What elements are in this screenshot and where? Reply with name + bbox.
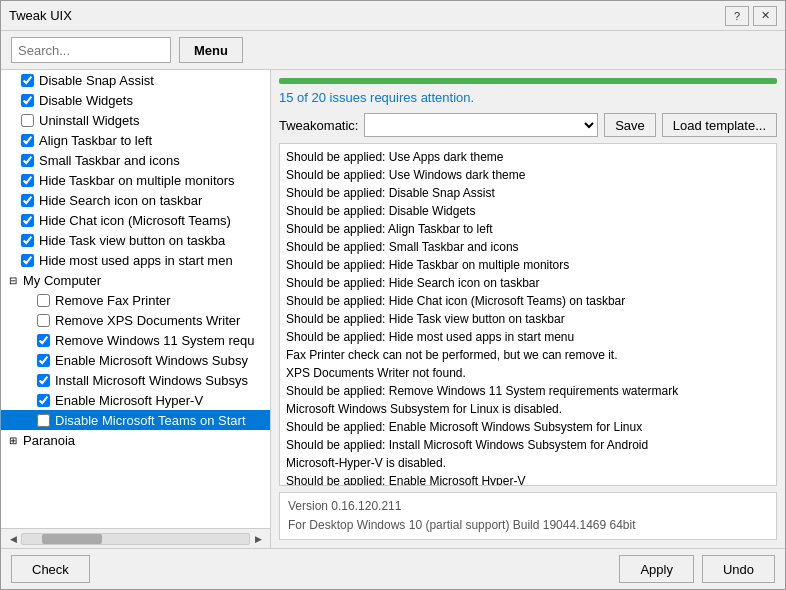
- log-line: Should be applied: Enable Microsoft Wind…: [286, 418, 770, 436]
- log-line: Should be applied: Remove Windows 11 Sys…: [286, 382, 770, 400]
- checkbox-hide-search-icon[interactable]: [21, 194, 34, 207]
- group-my-computer-label: My Computer: [23, 273, 101, 288]
- undo-button[interactable]: Undo: [702, 555, 775, 583]
- load-template-button[interactable]: Load template...: [662, 113, 777, 137]
- bottom-bar: Check Apply Undo: [1, 548, 785, 589]
- scrollbar-thumb[interactable]: [42, 534, 102, 544]
- tree-item-remove-windows-system-req[interactable]: Remove Windows 11 System requ: [1, 330, 270, 350]
- tweakomatic-select[interactable]: [364, 113, 598, 137]
- log-line: Should be applied: Use Apps dark theme: [286, 148, 770, 166]
- log-line: Should be applied: Small Taskbar and ico…: [286, 238, 770, 256]
- title-bar-controls: ? ✕: [725, 6, 777, 26]
- bottom-btn-group: Apply Undo: [619, 555, 775, 583]
- checkbox-install-ms-windows-subsys[interactable]: [37, 374, 50, 387]
- horizontal-scrollbar[interactable]: [21, 533, 250, 545]
- tree-item-hide-chat-icon[interactable]: Hide Chat icon (Microsoft Teams): [1, 210, 270, 230]
- group-paranoia-label: Paranoia: [23, 433, 75, 448]
- tree-item-disable-ms-teams[interactable]: Disable Microsoft Teams on Start: [1, 410, 270, 430]
- log-line: Microsoft Windows Subsystem for Linux is…: [286, 400, 770, 418]
- tree-item-enable-ms-windows-subsys[interactable]: Enable Microsoft Windows Subsy: [1, 350, 270, 370]
- log-line: Should be applied: Hide most used apps i…: [286, 328, 770, 346]
- tree-item-hide-taskbar-multiple[interactable]: Hide Taskbar on multiple monitors: [1, 170, 270, 190]
- log-line: Should be applied: Disable Widgets: [286, 202, 770, 220]
- log-line: Should be applied: Hide Task view button…: [286, 310, 770, 328]
- tree-item-align-taskbar[interactable]: Align Taskbar to left: [1, 130, 270, 150]
- checkbox-hide-task-view[interactable]: [21, 234, 34, 247]
- log-line: Should be applied: Hide Chat icon (Micro…: [286, 292, 770, 310]
- log-line: Should be applied: Install Microsoft Win…: [286, 436, 770, 454]
- log-line: Should be applied: Hide Taskbar on multi…: [286, 256, 770, 274]
- log-area[interactable]: Should be applied: Use Apps dark themeSh…: [279, 143, 777, 486]
- title-bar-left: Tweak UIX: [9, 8, 72, 23]
- toolbar: Menu: [1, 31, 785, 70]
- checkbox-small-taskbar[interactable]: [21, 154, 34, 167]
- status-text: 15 of 20 issues requires attention.: [279, 90, 777, 105]
- expand-icon-paranoia: ⊞: [5, 432, 21, 448]
- log-line: Fax Printer check can not be performed, …: [286, 346, 770, 364]
- expand-icon-my-computer: ⊟: [5, 272, 21, 288]
- group-my-computer[interactable]: ⊟ My Computer: [1, 270, 270, 290]
- menu-button[interactable]: Menu: [179, 37, 243, 63]
- save-button[interactable]: Save: [604, 113, 656, 137]
- tree-item-uninstall-widgets[interactable]: Uninstall Widgets: [1, 110, 270, 130]
- scroll-right-arrow[interactable]: ▶: [250, 531, 266, 547]
- log-line: Should be applied: Use Windows dark them…: [286, 166, 770, 184]
- checkbox-remove-windows-system-req[interactable]: [37, 334, 50, 347]
- log-line: Should be applied: Hide Search icon on t…: [286, 274, 770, 292]
- search-input[interactable]: [11, 37, 171, 63]
- main-window: Tweak UIX ? ✕ Menu Disable Snap Assist D…: [0, 0, 786, 590]
- tree-item-install-ms-windows-subsys[interactable]: Install Microsoft Windows Subsys: [1, 370, 270, 390]
- tree-item-hide-task-view[interactable]: Hide Task view button on taskba: [1, 230, 270, 250]
- checkbox-hide-most-used[interactable]: [21, 254, 34, 267]
- tree-item-enable-ms-hyper-v[interactable]: Enable Microsoft Hyper-V: [1, 390, 270, 410]
- tree-item-hide-search-icon[interactable]: Hide Search icon on taskbar: [1, 190, 270, 210]
- version-info: Version 0.16.120.211 For Desktop Windows…: [279, 492, 777, 540]
- checkbox-remove-xps-documents[interactable]: [37, 314, 50, 327]
- main-content: Disable Snap Assist Disable Widgets Unin…: [1, 70, 785, 548]
- tree-scroll[interactable]: Disable Snap Assist Disable Widgets Unin…: [1, 70, 270, 528]
- checkbox-enable-ms-windows-subsys[interactable]: [37, 354, 50, 367]
- checkbox-disable-snap-assist[interactable]: [21, 74, 34, 87]
- help-button[interactable]: ?: [725, 6, 749, 26]
- log-line: Should be applied: Enable Microsoft Hype…: [286, 472, 770, 486]
- tree-item-remove-xps-documents[interactable]: Remove XPS Documents Writer: [1, 310, 270, 330]
- title-bar: Tweak UIX ? ✕: [1, 1, 785, 31]
- tree-item-disable-widgets[interactable]: Disable Widgets: [1, 90, 270, 110]
- version-line1: Version 0.16.120.211: [288, 497, 768, 516]
- version-line2: For Desktop Windows 10 (partial support)…: [288, 516, 768, 535]
- tree-item-hide-most-used[interactable]: Hide most used apps in start men: [1, 250, 270, 270]
- scroll-left-arrow[interactable]: ◀: [5, 531, 21, 547]
- checkbox-remove-fax-printer[interactable]: [37, 294, 50, 307]
- apply-button[interactable]: Apply: [619, 555, 694, 583]
- checkbox-disable-ms-teams[interactable]: [37, 414, 50, 427]
- tweakomatic-label: Tweakomatic:: [279, 118, 358, 133]
- checkbox-enable-ms-hyper-v[interactable]: [37, 394, 50, 407]
- tree-item-small-taskbar[interactable]: Small Taskbar and icons: [1, 150, 270, 170]
- left-scrollbar-area: ◀ ▶: [1, 528, 270, 548]
- progress-bar: [279, 78, 777, 84]
- tree-item-disable-snap-assist[interactable]: Disable Snap Assist: [1, 70, 270, 90]
- checkbox-hide-chat-icon[interactable]: [21, 214, 34, 227]
- checkbox-uninstall-widgets[interactable]: [21, 114, 34, 127]
- checkbox-align-taskbar[interactable]: [21, 134, 34, 147]
- checkbox-hide-taskbar-multiple[interactable]: [21, 174, 34, 187]
- tweakomatic-row: Tweakomatic: Save Load template...: [279, 113, 777, 137]
- log-line: XPS Documents Writer not found.: [286, 364, 770, 382]
- log-line: Should be applied: Disable Snap Assist: [286, 184, 770, 202]
- tree-item-remove-fax-printer[interactable]: Remove Fax Printer: [1, 290, 270, 310]
- close-button[interactable]: ✕: [753, 6, 777, 26]
- window-title: Tweak UIX: [9, 8, 72, 23]
- group-paranoia[interactable]: ⊞ Paranoia: [1, 430, 270, 450]
- right-panel: 15 of 20 issues requires attention. Twea…: [271, 70, 785, 548]
- left-panel: Disable Snap Assist Disable Widgets Unin…: [1, 70, 271, 548]
- checkbox-disable-widgets[interactable]: [21, 94, 34, 107]
- log-line: Should be applied: Align Taskbar to left: [286, 220, 770, 238]
- log-line: Microsoft-Hyper-V is disabled.: [286, 454, 770, 472]
- check-button[interactable]: Check: [11, 555, 90, 583]
